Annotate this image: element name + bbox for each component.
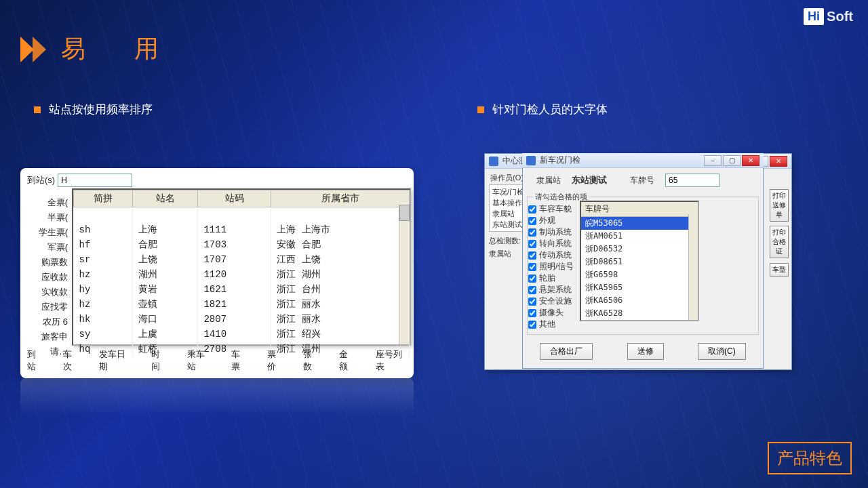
- station-row[interactable]: hk海口2807浙江 丽水: [74, 312, 410, 327]
- side-button[interactable]: 车型: [770, 263, 789, 277]
- check-label: 轮胎: [539, 272, 555, 284]
- bottom-grid-header: 到站车次发车日期时间乘车站车票票价张数金额座号列表: [27, 347, 407, 374]
- side-label: 军票(: [27, 240, 68, 255]
- plate-input[interactable]: [665, 174, 719, 187]
- station-row[interactable]: hf合肥1703安徽 合肥: [74, 237, 410, 252]
- checkbox[interactable]: [528, 228, 536, 237]
- left-side-labels: 全票(半票(学生票(军票(购票数应收款实收款应找零农历 6旅客申请…: [27, 195, 68, 359]
- bullet-right-text: 针对门检人员的大字体: [492, 102, 608, 117]
- check-label: 安全设施: [539, 296, 572, 307]
- check-item[interactable]: 外观: [528, 215, 574, 226]
- plate-label: 车牌号: [623, 175, 654, 186]
- dd-header[interactable]: 简拼: [74, 190, 133, 207]
- close-button[interactable]: ✕: [742, 155, 760, 166]
- plate-option[interactable]: 浙KA5965: [581, 281, 698, 294]
- col-header: 乘车站: [187, 348, 211, 373]
- check-item[interactable]: 悬架系统: [528, 284, 574, 296]
- plate-option[interactable]: 浙KA6506: [581, 294, 698, 307]
- station-row[interactable]: hz湖州1120浙江 湖州: [74, 267, 410, 282]
- side-label: 购票数: [27, 255, 68, 270]
- checkbox[interactable]: [528, 286, 536, 294]
- check-item[interactable]: 转向系统: [528, 238, 574, 249]
- checkbox[interactable]: [528, 217, 536, 225]
- check-label: 外观: [539, 215, 555, 226]
- station-row[interactable]: hz杭州1000浙江 杭州: [74, 207, 410, 223]
- check-label: 转向系统: [539, 238, 572, 249]
- ok-button[interactable]: 合格出厂: [540, 343, 593, 360]
- station-row[interactable]: sh上海1111上海 上海市: [74, 222, 410, 237]
- plate-option[interactable]: 浙KA6550: [581, 320, 698, 321]
- title-char-2: 用: [134, 35, 160, 62]
- scrollbar[interactable]: [688, 214, 698, 320]
- station-dropdown[interactable]: 简拼站名站码所属省市 hz杭州1000浙江 杭州sh上海1111上海 上海市hf…: [72, 188, 411, 346]
- check-label: 其他: [539, 319, 555, 330]
- plate-dd-header: 车牌号: [581, 202, 698, 217]
- brand-logo: Hi Soft: [804, 8, 853, 25]
- close-button[interactable]: ✕: [770, 156, 787, 167]
- side-label: 全票(: [27, 195, 68, 210]
- check-label: 照明/信号: [539, 261, 574, 272]
- checkbox[interactable]: [528, 263, 536, 271]
- plate-option[interactable]: 浙D06532: [581, 243, 698, 256]
- side-button[interactable]: 打印合格证: [770, 226, 789, 258]
- station-row[interactable]: hy黄岩1621浙江 台州: [74, 282, 410, 297]
- col-header: 时间: [151, 348, 167, 373]
- dd-header[interactable]: 站名: [133, 190, 198, 207]
- app-icon: [526, 156, 536, 165]
- check-item[interactable]: 其他: [528, 319, 574, 330]
- plate-option[interactable]: 浙D08651: [581, 256, 698, 268]
- side-label: 实收款: [27, 285, 68, 300]
- app-icon: [489, 157, 498, 166]
- bullet-left: 站点按使用频率排序: [34, 102, 153, 117]
- check-item[interactable]: 安全设施: [528, 296, 574, 307]
- repair-button[interactable]: 送修: [627, 343, 664, 360]
- col-header: 到站: [27, 348, 43, 373]
- side-label: 农历 6: [27, 314, 68, 329]
- front-titlebar[interactable]: 新车况门检 – ▢ ✕: [522, 153, 764, 168]
- side-label: 应收款: [27, 270, 68, 285]
- cancel-button[interactable]: 取消(C): [698, 343, 746, 360]
- check-item[interactable]: 摄像头: [528, 307, 574, 319]
- scrollbar[interactable]: [399, 205, 410, 344]
- checkbox[interactable]: [528, 240, 536, 248]
- side-label: 学生票(: [27, 225, 68, 240]
- checkbox[interactable]: [528, 321, 536, 329]
- checkbox[interactable]: [528, 274, 536, 283]
- station-row[interactable]: sr上饶1707江西 上饶: [74, 252, 410, 267]
- checkbox[interactable]: [528, 205, 536, 214]
- brand-soft: Soft: [827, 9, 853, 24]
- plate-option[interactable]: 浙G6598: [581, 268, 698, 281]
- plate-option[interactable]: 皖M53065: [581, 217, 698, 230]
- title-char-1: 易: [61, 35, 87, 62]
- check-item[interactable]: 车容车貌: [528, 203, 574, 215]
- col-header: 车次: [63, 348, 79, 373]
- check-item[interactable]: 制动系统: [528, 226, 574, 238]
- plate-dropdown[interactable]: 车牌号 皖M53065浙AM0651浙D06532浙D08651浙G6598浙K…: [580, 201, 699, 321]
- double-arrow-icon: [19, 35, 56, 64]
- bullet-icon: [477, 106, 484, 113]
- check-label: 车容车貌: [539, 203, 572, 215]
- maximize-button[interactable]: ▢: [723, 155, 741, 166]
- plate-option[interactable]: 浙AM0651: [581, 230, 698, 243]
- check-item[interactable]: 照明/信号: [528, 261, 574, 272]
- check-item[interactable]: 传动系统: [528, 249, 574, 261]
- dd-header[interactable]: 站码: [198, 190, 271, 207]
- col-header: 金额: [339, 348, 355, 373]
- check-label: 摄像头: [539, 307, 564, 319]
- check-item[interactable]: 轮胎: [528, 272, 574, 284]
- side-button[interactable]: 打印送修单: [770, 189, 789, 222]
- checkbox[interactable]: [528, 251, 536, 260]
- station-row[interactable]: hz壶镇1821浙江 丽水: [74, 297, 410, 312]
- station-row[interactable]: sy上虞1410浙江 绍兴: [74, 327, 410, 342]
- checkbox[interactable]: [528, 309, 536, 317]
- minimize-button[interactable]: –: [704, 155, 722, 166]
- col-header: 座号列表: [376, 348, 407, 373]
- plate-option[interactable]: 浙KA6528: [581, 307, 698, 320]
- bullet-icon: [34, 106, 41, 113]
- front-window: 新车况门检 – ▢ ✕ 隶属站 东站测试 车牌号 请勾选合格的项 车容车貌外观制…: [522, 153, 764, 369]
- check-label: 悬架系统: [539, 284, 572, 296]
- checkbox[interactable]: [528, 298, 536, 306]
- arrive-input[interactable]: [58, 174, 132, 187]
- dd-header[interactable]: 所属省市: [271, 190, 410, 207]
- brand-hi: Hi: [804, 8, 824, 25]
